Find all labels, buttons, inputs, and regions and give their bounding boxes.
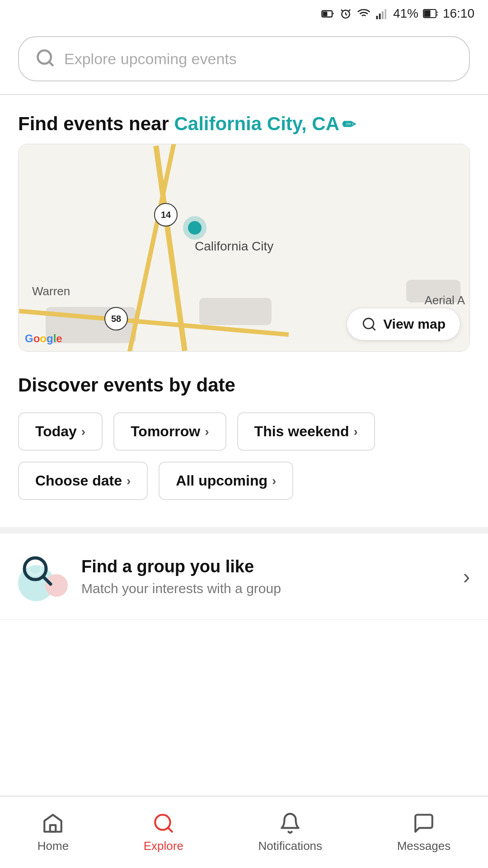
battery-outline-icon [423, 8, 438, 19]
edit-location-icon[interactable]: ✏ [342, 115, 356, 134]
view-map-search-icon [361, 316, 377, 332]
svg-line-18 [372, 327, 375, 330]
messages-nav-label: Messages [397, 839, 451, 853]
section-divider [0, 527, 488, 533]
all-upcoming-label: All upcoming [176, 472, 267, 489]
google-logo: Google [25, 332, 62, 345]
bottom-nav: Home Explore Notifications Messages [0, 796, 488, 868]
svg-line-20 [43, 577, 51, 584]
svg-rect-10 [385, 9, 386, 19]
search-container: Explore upcoming events [0, 27, 488, 81]
find-group-section[interactable]: Find a group you like Match your interes… [0, 533, 488, 620]
notifications-icon [279, 812, 301, 835]
tomorrow-label: Tomorrow [131, 423, 200, 440]
view-map-label: View map [383, 316, 446, 332]
discover-title: Discover events by date [18, 374, 470, 396]
today-button[interactable]: Today › [18, 412, 103, 451]
nav-item-home[interactable]: Home [38, 812, 69, 853]
find-events-prefix: Find events near [18, 113, 174, 134]
choose-date-label: Choose date [35, 472, 122, 489]
nav-item-notifications[interactable]: Notifications [258, 812, 322, 853]
wifi-icon [357, 7, 371, 20]
svg-line-4 [341, 9, 343, 11]
highway-14-badge: 14 [154, 203, 178, 226]
alarm-icon [339, 7, 352, 20]
group-icon-wrap [18, 552, 68, 601]
this-weekend-label: This weekend [254, 423, 349, 440]
date-filter-row-2: Choose date › All upcoming › [18, 462, 470, 500]
map-gray-area-2 [199, 298, 272, 325]
nav-item-explore[interactable]: Explore [144, 812, 183, 853]
svg-rect-9 [382, 11, 384, 19]
time-display: 16:10 [443, 6, 474, 21]
messages-icon [413, 812, 435, 835]
map-warren-label: Warren [32, 284, 70, 298]
today-chevron: › [81, 425, 85, 439]
map-inner: 14 58 California City Warren Aerial A Go… [19, 144, 469, 351]
map-city-label: California City [195, 239, 273, 254]
battery-icon [321, 7, 334, 20]
explore-nav-label: Explore [144, 839, 183, 853]
svg-rect-14 [424, 10, 430, 17]
today-label: Today [35, 423, 77, 440]
find-events-heading: Find events near California City, CA✏ [0, 95, 488, 144]
search-icon [35, 48, 55, 70]
svg-rect-7 [376, 16, 378, 19]
all-upcoming-chevron: › [272, 474, 276, 488]
discover-section: Discover events by date Today › Tomorrow… [0, 352, 488, 514]
find-group-title: Find a group you like [81, 557, 450, 576]
all-upcoming-button[interactable]: All upcoming › [159, 462, 293, 500]
date-filter-row-1: Today › Tomorrow › This weekend › [18, 412, 470, 451]
notifications-nav-label: Notifications [258, 839, 322, 853]
map-container: 14 58 California City Warren Aerial A Go… [18, 144, 470, 352]
battery-percent: 41% [393, 6, 418, 21]
map-aerial-label: Aerial A [424, 293, 465, 307]
find-events-city[interactable]: California City, CA [174, 113, 339, 134]
svg-rect-8 [379, 14, 381, 19]
status-icons: 41% 16:10 [321, 6, 474, 21]
choose-date-button[interactable]: Choose date › [18, 462, 148, 500]
nav-item-messages[interactable]: Messages [397, 812, 451, 853]
choose-date-chevron: › [127, 474, 131, 488]
this-weekend-button[interactable]: This weekend › [237, 412, 375, 451]
home-nav-label: Home [38, 839, 69, 853]
status-bar: 41% 16:10 [0, 0, 488, 27]
svg-line-16 [49, 62, 53, 66]
svg-point-21 [29, 562, 42, 575]
find-group-chevron: › [463, 564, 470, 589]
home-icon [42, 812, 64, 835]
svg-rect-22 [50, 825, 56, 832]
search-placeholder: Explore upcoming events [64, 50, 237, 68]
signal-icon [375, 7, 389, 20]
highway-58-badge: 58 [104, 307, 128, 330]
explore-icon [152, 812, 175, 835]
tomorrow-chevron: › [205, 425, 209, 439]
view-map-button[interactable]: View map [347, 308, 460, 340]
group-text: Find a group you like Match your interes… [81, 557, 450, 596]
tomorrow-button[interactable]: Tomorrow › [113, 412, 226, 451]
date-filters: Today › Tomorrow › This weekend › Choose… [18, 412, 470, 500]
group-search-icon [18, 552, 59, 592]
svg-line-5 [349, 9, 350, 11]
this-weekend-chevron: › [353, 425, 357, 439]
location-dot [183, 216, 206, 240]
svg-rect-2 [323, 12, 327, 16]
svg-line-24 [168, 827, 172, 831]
search-box[interactable]: Explore upcoming events [18, 36, 470, 81]
find-group-subtitle: Match your interests with a group [81, 581, 450, 596]
